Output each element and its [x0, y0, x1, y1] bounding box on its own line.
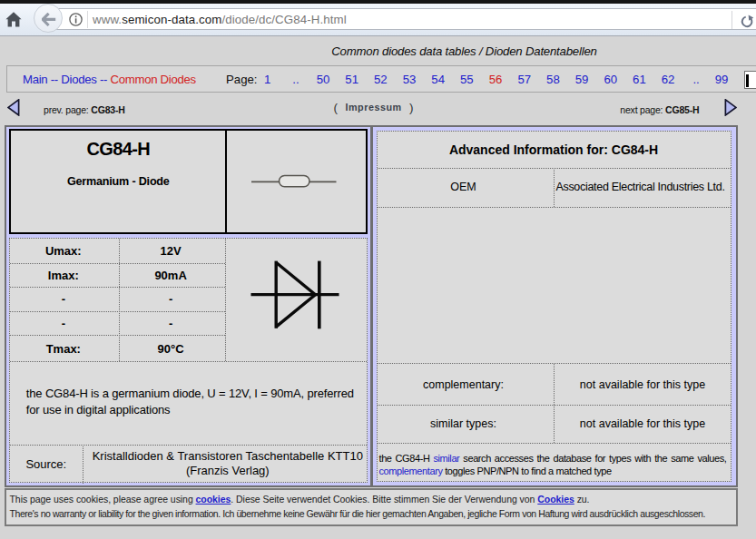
- advanced-footer-line1: the CG84-H similar search accesses the d…: [379, 452, 727, 465]
- adv-row-divider: [378, 443, 731, 444]
- source-row-divider: [10, 445, 368, 446]
- props-row-divider: [10, 311, 225, 312]
- advanced-footer: the CG84-H similar search accesses the d…: [379, 452, 727, 478]
- props-col-divider: [225, 239, 226, 362]
- property-label: Imax:: [48, 268, 79, 281]
- source-value: Kristalldioden & Transistoren Taschentab…: [84, 449, 371, 478]
- impressum-label[interactable]: Impressum: [338, 102, 409, 113]
- complementary-link[interactable]: complementary: [379, 466, 443, 476]
- page-link[interactable]: 59: [575, 73, 589, 86]
- next-page-label[interactable]: next page: CG85-H: [620, 104, 699, 115]
- text-caret: [746, 74, 749, 87]
- oem-label: OEM: [450, 181, 476, 193]
- footer-text: the CG84-H: [379, 453, 434, 464]
- page-link[interactable]: 60: [604, 73, 617, 86]
- cookie-text: zu.: [574, 494, 590, 505]
- cookie-line1: This page uses cookies, please agree usi…: [10, 494, 590, 505]
- reload-separator: [731, 11, 732, 29]
- page-link[interactable]: ..: [292, 73, 299, 86]
- advanced-row-label: complementary:: [423, 378, 504, 391]
- page-title: Common diodes data tables / Dioden Daten…: [0, 44, 756, 58]
- cookies-link-en[interactable]: cookies: [196, 494, 231, 505]
- prev-value: CG83-H: [91, 104, 124, 115]
- page-link[interactable]: 55: [460, 73, 474, 86]
- cookie-notice: This page uses cookies, please agree usi…: [5, 488, 738, 526]
- page-label: Page:: [226, 73, 257, 86]
- page-links: 1..50515253545556575859606162..99: [264, 73, 728, 86]
- cookies-link-de[interactable]: Cookies: [537, 494, 574, 505]
- wrapper-column-divider: [370, 127, 373, 485]
- property-value: 90°C: [158, 341, 184, 355]
- property-label: -: [62, 292, 65, 306]
- property-value: 12V: [161, 244, 182, 258]
- page-link[interactable]: 99: [715, 73, 729, 86]
- page-link[interactable]: 53: [403, 73, 417, 86]
- props-row-divider: [10, 361, 368, 362]
- oem-value: Associated Electrical Industries Ltd.: [555, 181, 724, 193]
- breadcrumb-current: Common Diodes: [111, 73, 196, 86]
- url-bar[interactable]: www.semicon-data.com/diode/dc/CG84-H.htm…: [50, 8, 756, 30]
- property-label: Umax:: [45, 244, 82, 258]
- page-link[interactable]: 58: [546, 73, 560, 86]
- props-col-divider: [119, 239, 120, 362]
- similar-link[interactable]: similar: [433, 453, 459, 464]
- next-page-arrow[interactable]: [724, 99, 737, 120]
- page-canvas: Common diodes data tables / Dioden Daten…: [0, 36, 756, 539]
- part-header-table: CG84-H Germanium - Diode: [9, 129, 368, 235]
- cookie-text: . Diese Seite verwendet Cookies. Bitte s…: [231, 494, 537, 505]
- page-number-input[interactable]: [744, 71, 756, 90]
- source-label: Source:: [10, 457, 83, 471]
- page-link[interactable]: 52: [374, 73, 388, 86]
- advanced-row-value: not available for this type: [580, 417, 705, 430]
- back-arrow-icon: [42, 13, 56, 26]
- description-line2: for use in digital applications: [26, 403, 171, 416]
- page-link[interactable]: 51: [345, 73, 358, 86]
- breadcrumb-main[interactable]: Main: [23, 73, 47, 86]
- property-label: -: [62, 316, 65, 329]
- footer-text: toggles PNP/NPN to find a matched type: [443, 466, 612, 476]
- advanced-title: Advanced Information for: CG84-H: [378, 142, 731, 157]
- breadcrumb-diodes[interactable]: Diodes: [61, 73, 96, 86]
- page-link[interactable]: 61: [633, 73, 646, 86]
- advanced-row-value: not available for this type: [580, 378, 705, 391]
- property-label: Tmax:: [46, 341, 81, 355]
- page-viewport: Common diodes data tables / Dioden Daten…: [0, 36, 756, 539]
- description-line1: the CG84-H is a germanium diode, U = 12V…: [26, 387, 354, 400]
- url-path: /diode/dc/CG84-H.html: [221, 13, 346, 26]
- page-link[interactable]: 54: [431, 73, 445, 86]
- page-link[interactable]: 62: [662, 73, 675, 86]
- part-name: CG84-H: [11, 139, 226, 160]
- package-image: [250, 174, 339, 193]
- cookie-line2: There's no warranty or liability for the…: [10, 508, 706, 519]
- source-line1: Kristalldioden & Transistoren Taschentab…: [93, 449, 363, 463]
- site-info-icon[interactable]: [69, 13, 83, 26]
- data-table-wrapper: CG84-H Germanium - Diode Umax:12VImax:90…: [5, 125, 738, 487]
- browser-toolbar: www.semicon-data.com/diode/dc/CG84-H.htm…: [0, 4, 756, 36]
- props-row-divider: [10, 287, 225, 288]
- property-value: -: [169, 316, 172, 329]
- property-value: -: [169, 292, 172, 306]
- part-description: the CG84-H is a germanium diode, U = 12V…: [26, 386, 354, 418]
- footer-text: search accesses the database for types w…: [459, 453, 726, 464]
- home-icon[interactable]: [5, 12, 22, 27]
- prev-page-arrow[interactable]: [7, 99, 20, 120]
- browser-window: www.semicon-data.com/diode/dc/CG84-H.htm…: [0, 0, 756, 539]
- page-link[interactable]: 57: [517, 73, 531, 86]
- page-link[interactable]: 1: [264, 73, 270, 86]
- props-row-divider: [10, 263, 225, 264]
- page-link[interactable]: ..: [692, 73, 699, 86]
- reload-icon[interactable]: [741, 15, 754, 28]
- next-label: next page:: [620, 104, 665, 115]
- props-row-divider: [10, 335, 225, 336]
- impressum-link[interactable]: (Impressum): [334, 101, 414, 114]
- adv-row-divider: [378, 207, 731, 208]
- prev-page-label[interactable]: prev. page: CG83-H: [44, 104, 125, 115]
- breadcrumb: Main -- Diodes -- Common Diodes: [23, 73, 196, 86]
- part-properties-panel: Umax:12VImax:90mA----Tmax:90°C the CG84: [9, 238, 368, 484]
- source-line2: (Franzis Verlag): [186, 464, 270, 477]
- page-link-current[interactable]: 56: [489, 73, 503, 86]
- page-link[interactable]: 50: [317, 73, 330, 86]
- back-button[interactable]: [34, 4, 63, 33]
- impressum-paren-close: ): [409, 101, 414, 114]
- url-text[interactable]: www.semicon-data.com/diode/dc/CG84-H.htm…: [93, 14, 347, 26]
